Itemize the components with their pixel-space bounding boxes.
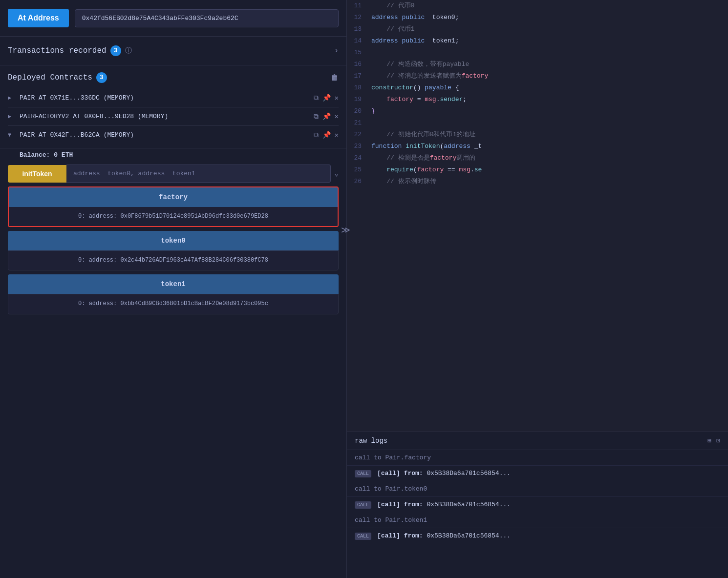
- panel-divider-chevron[interactable]: ≫: [341, 225, 350, 235]
- close-icon-1[interactable]: ✕: [335, 94, 339, 102]
- line-content-14: address public token1;: [371, 36, 728, 46]
- contract-actions-2: ⧉ 📌 ✕: [314, 112, 339, 121]
- pin-icon-2[interactable]: 📌: [322, 112, 331, 121]
- line-content-22: // 初始化代币0和代币1的地址: [371, 129, 728, 140]
- line-content-13: // 代币1: [371, 24, 728, 35]
- raw-logs-title: raw logs: [355, 437, 387, 445]
- line-number-12: 12: [347, 12, 371, 23]
- transactions-chevron[interactable]: ›: [334, 46, 339, 55]
- line-content-26: // 依示例时脒传: [371, 176, 728, 187]
- line-content-18: constructor() payable {: [371, 83, 728, 93]
- contract-row-2: ▶ PAIRFACTORYV2 AT 0X0F8...9ED28 (MEMORY…: [8, 107, 339, 126]
- line-number-17: 17: [347, 71, 371, 82]
- code-line-14: 14 address public token1;: [347, 35, 728, 47]
- log-call-3: CALL [call] from: 0x5B38Da6a701c56854...: [347, 528, 728, 544]
- line-content-11: // 代币0: [371, 0, 728, 11]
- code-line-26: 26 // 依示例时脒传: [347, 176, 728, 187]
- pin-icon-1[interactable]: 📌: [322, 94, 331, 102]
- line-number-16: 16: [347, 59, 371, 70]
- copy-icon-3[interactable]: ⧉: [314, 131, 319, 139]
- at-address-button[interactable]: At Address: [8, 9, 69, 27]
- trash-icon[interactable]: 🗑: [331, 73, 339, 83]
- line-content-16: // 构造函数，带有payable: [371, 59, 728, 70]
- line-content-12: address public token0;: [371, 12, 728, 23]
- token0-result: 0: address: 0x2c44b726ADF1963cA47Af88B28…: [8, 250, 339, 270]
- init-token-button[interactable]: initToken: [8, 165, 66, 183]
- expand-icon-3[interactable]: ▼: [8, 132, 16, 139]
- code-line-22: 22 // 初始化代币0和代币1的地址: [347, 129, 728, 141]
- copy-icon-1[interactable]: ⧉: [314, 94, 319, 102]
- line-number-25: 25: [347, 165, 371, 175]
- code-line-23: 23 function initToken(address _t: [347, 141, 728, 152]
- call-badge-2: CALL: [355, 501, 371, 509]
- raw-logs-icon-2[interactable]: ⊡: [716, 437, 720, 445]
- right-panel: 11 // 代币0 12 address public token0; 13 /…: [347, 0, 728, 578]
- expand-icon-2[interactable]: ▶: [8, 113, 16, 120]
- call-text-2: [call] from: 0x5B38Da6a701c56854...: [377, 501, 511, 508]
- raw-logs-panel: raw logs ⊞ ⊡ call to Pair.factory CALL […: [347, 432, 728, 578]
- info-icon[interactable]: ⓘ: [125, 46, 132, 55]
- call-text-3: [call] from: 0x5B38Da6a701c56854...: [377, 532, 511, 539]
- close-icon-3[interactable]: ✕: [335, 131, 339, 139]
- transactions-badge: 3: [110, 45, 121, 56]
- copy-icon-2[interactable]: ⧉: [314, 113, 319, 121]
- token0-section: token0 0: address: 0x2c44b726ADF1963cA47…: [8, 231, 339, 270]
- line-content-23: function initToken(address _t: [371, 141, 728, 152]
- at-address-bar: At Address: [0, 0, 346, 37]
- code-line-19: 19 factory = msg.sender;: [347, 94, 728, 105]
- code-line-13: 13 // 代币1: [347, 23, 728, 35]
- log-entry-3: call to Pair.token1: [347, 513, 728, 528]
- code-line-17: 17 // 将消息的发送者赋值为factory: [347, 70, 728, 82]
- deployed-header: Deployed Contracts 3 🗑: [8, 72, 339, 83]
- code-line-18: 18 constructor() payable {: [347, 82, 728, 94]
- init-token-row: initToken ⌄: [8, 165, 339, 183]
- deployed-badge: 3: [96, 72, 107, 83]
- line-number-26: 26: [347, 176, 371, 187]
- line-number-24: 24: [347, 153, 371, 164]
- log-entry-2: call to Pair.token0: [347, 481, 728, 497]
- line-number-19: 19: [347, 94, 371, 105]
- init-token-params-input[interactable]: [66, 165, 331, 183]
- line-number-20: 20: [347, 106, 371, 117]
- token1-button[interactable]: token1: [8, 274, 339, 294]
- balance-label: Balance:: [20, 151, 50, 159]
- init-token-dropdown-icon[interactable]: ⌄: [335, 169, 339, 178]
- code-line-12: 12 address public token0;: [347, 12, 728, 23]
- line-content-25: require(factory == msg.se: [371, 165, 728, 175]
- factory-section: factory 0: address: 0x0F8679b51D70124e89…: [8, 186, 339, 227]
- balance-eth: 0 ETH: [54, 151, 73, 159]
- call-badge-3: CALL: [355, 533, 371, 540]
- log-text-2: call to Pair.token0: [355, 485, 427, 493]
- log-text-1: call to Pair.factory: [355, 454, 431, 461]
- expanded-contract-content: Balance: 0 ETH initToken ⌄ factory 0: ad…: [0, 148, 346, 326]
- token1-result: 0: address: 0xbb4CdB9CBd36B01bD1cBaEBF2D…: [8, 294, 339, 314]
- token0-button[interactable]: token0: [8, 231, 339, 250]
- factory-button[interactable]: factory: [9, 187, 338, 207]
- expand-icon-1[interactable]: ▶: [8, 94, 16, 102]
- factory-result: 0: address: 0x0F8679b51D70124e8951AbD96d…: [9, 207, 338, 226]
- code-line-21: 21: [347, 117, 728, 129]
- code-line-24: 24 // 检测是否是factory调用的: [347, 152, 728, 164]
- line-number-14: 14: [347, 36, 371, 46]
- code-line-25: 25 require(factory == msg.se: [347, 164, 728, 176]
- transactions-section: Transactions recorded 3 ⓘ ›: [0, 37, 346, 65]
- contract-actions-1: ⧉ 📌 ✕: [314, 94, 339, 102]
- raw-logs-icons: ⊞ ⊡: [707, 437, 720, 445]
- left-panel: At Address Transactions recorded 3 ⓘ › D…: [0, 0, 347, 578]
- contract-name-2: PAIRFACTORYV2 AT 0X0F8...9ED28 (MEMORY): [20, 113, 310, 120]
- code-editor: 11 // 代币0 12 address public token0; 13 /…: [347, 0, 728, 432]
- raw-logs-icon-1[interactable]: ⊞: [707, 437, 711, 445]
- transactions-title: Transactions recorded: [8, 46, 107, 55]
- call-text-1: [call] from: 0x5B38Da6a701c56854...: [377, 470, 511, 477]
- raw-logs-header: raw logs ⊞ ⊡: [347, 432, 728, 450]
- line-content-20: }: [371, 106, 728, 117]
- contract-row-3: ▼ PAIR AT 0X42F...B62CA (MEMORY) ⧉ 📌 ✕: [8, 126, 339, 144]
- balance-row: Balance: 0 ETH: [8, 148, 339, 165]
- code-line-15: 15: [347, 47, 728, 59]
- line-number-21: 21: [347, 118, 371, 128]
- address-input[interactable]: [75, 9, 339, 27]
- close-icon-2[interactable]: ✕: [335, 112, 339, 121]
- pin-icon-3[interactable]: 📌: [322, 131, 331, 139]
- log-call-2: CALL [call] from: 0x5B38Da6a701c56854...: [347, 497, 728, 513]
- line-number-15: 15: [347, 47, 371, 58]
